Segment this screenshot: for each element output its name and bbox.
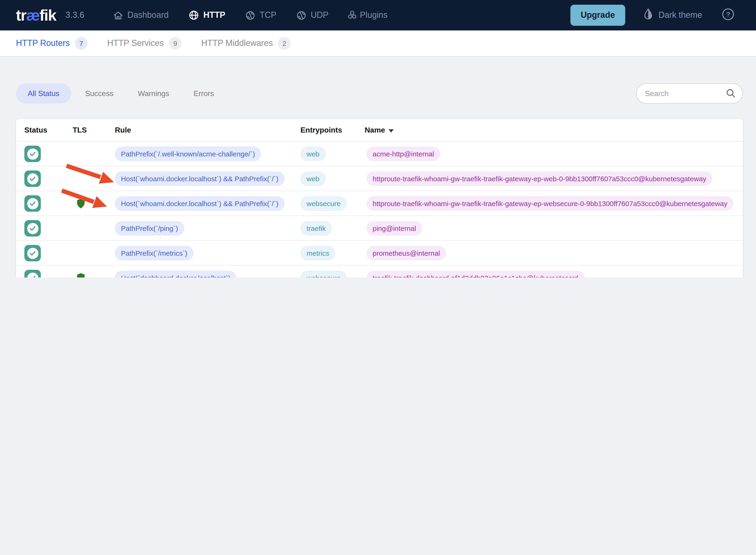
table-row[interactable]: Host(`whoami.docker.localhost`) && PathP… [16,191,743,216]
tab-count-badge: 9 [169,37,182,50]
table-row[interactable]: PathPrefix(`/ping`) traefik ping@interna… [16,216,743,241]
rule-pill: Host(`whoami.docker.localhost`) && PathP… [115,171,284,186]
column-header-status: Status [25,126,47,134]
column-header-name: Name [365,126,385,134]
udp-icon [296,10,307,20]
tab-label: HTTP Services [107,38,164,48]
router-name-pill: acme-http@internal [366,146,440,161]
router-name-pill: traefik-traefik-dashboard-af1d2ddb83a06e… [366,271,585,278]
status-ok-icon [25,245,41,261]
nav-label: Dashboard [127,10,169,20]
nav-label: UDP [311,10,328,20]
nav-item-tcp[interactable]: TCP [235,10,286,20]
nav-item-udp[interactable]: UDP [286,10,339,20]
status-ok-icon [25,270,41,278]
nav-label: Plugins [360,10,388,20]
traefik-logo[interactable]: træfik [16,6,56,24]
tab-http-routers[interactable]: HTTP Routers 7 [16,37,87,50]
globe-icon [189,10,199,20]
entrypoint-pill: traefik [301,221,332,236]
entrypoint-pill: websecure [301,271,347,278]
droplet-icon [643,8,653,23]
status-ok-icon [25,220,41,237]
theme-label: Dark theme [659,10,702,20]
nav-item-http[interactable]: HTTP [178,10,235,20]
entrypoint-pill: web [301,171,325,186]
rule-pill: PathPrefix(`/ping`) [115,221,184,236]
entrypoint-pill: websecure [301,196,347,211]
nav-label: TCP [260,10,277,20]
filter-all-status[interactable]: All Status [16,83,71,103]
router-name-pill: prometheus@internal [366,246,446,260]
table-header-row: Status TLS Rule Entrypoints Name [16,119,743,141]
table-body: PathPrefix(`/.well-known/acme-challenge/… [16,141,743,278]
tab-count-badge: 7 [75,37,87,50]
theme-toggle[interactable]: Dark theme [643,8,702,23]
search-box [636,83,743,103]
status-ok-icon [25,146,41,162]
tab-label: HTTP Middlewares [201,38,273,48]
tls-shield-icon [76,272,85,278]
logo-text: fik [39,6,56,24]
rule-pill: Host(`whoami.docker.localhost`) && PathP… [115,196,284,211]
help-glyph: ? [726,11,730,18]
table-row[interactable]: Host(`whoami.docker.localhost`) && PathP… [16,166,743,191]
version-label: 3.3.6 [66,10,84,20]
rule-pill: Host(`dashboard.docker.localhost`) [115,271,236,278]
rule-pill: PathPrefix(`/metrics`) [115,246,193,260]
traefik-dashboard-page: træfik 3.3.6 Dashboard HTTP TCP [0,0,756,278]
plugins-icon [347,10,358,20]
column-header-entrypoints: Entrypoints [301,126,342,134]
entrypoint-pill: web [301,146,325,161]
column-header-rule: Rule [115,126,131,134]
filter-warnings[interactable]: Warnings [126,89,182,98]
status-filters: All Status Success Warnings Errors [16,83,226,103]
column-header-name-sort[interactable]: Name [365,126,394,134]
router-name-pill: ping@internal [366,221,422,236]
logo-ae: æ [26,6,40,24]
top-navbar: træfik 3.3.6 Dashboard HTTP TCP [0,0,756,31]
entrypoint-pill: metrics [301,246,335,260]
table-row[interactable]: PathPrefix(`/metrics`) metrics prometheu… [16,241,743,265]
column-header-tls: TLS [73,126,87,134]
logo-text: tr [16,6,26,24]
tab-http-middlewares[interactable]: HTTP Middlewares 2 [201,37,290,50]
tcp-icon [245,10,255,20]
table-row[interactable]: Host(`dashboard.docker.localhost`) webse… [16,265,743,278]
status-ok-icon [25,195,41,212]
tls-shield-icon [76,198,85,211]
navbar-right: Upgrade Dark theme ? [570,5,756,26]
filter-success[interactable]: Success [73,89,126,98]
upgrade-button[interactable]: Upgrade [570,5,625,26]
tab-http-services[interactable]: HTTP Services 9 [107,37,182,50]
toolbar: All Status Success Warnings Errors [16,83,743,103]
rule-pill: PathPrefix(`/.well-known/acme-challenge/… [115,146,261,161]
routers-table-card: Status TLS Rule Entrypoints Name PathPre… [16,119,743,278]
sort-caret-icon [388,126,394,134]
main-nav: Dashboard HTTP TCP UDP [103,10,397,20]
home-icon [113,10,123,20]
nav-label: HTTP [203,10,226,20]
router-name-pill: httproute-traefik-whoami-gw-traefik-trae… [366,171,712,186]
nav-item-dashboard[interactable]: Dashboard [103,10,178,20]
section-tabbar: HTTP Routers 7 HTTP Services 9 HTTP Midd… [0,31,756,57]
help-icon[interactable]: ? [722,8,734,23]
router-name-pill: httproute-traefik-whoami-gw-traefik-trae… [366,196,733,211]
tab-label: HTTP Routers [16,38,70,48]
filter-errors[interactable]: Errors [182,89,226,98]
search-icon [725,88,736,101]
table-row[interactable]: PathPrefix(`/.well-known/acme-challenge/… [16,141,743,166]
status-ok-icon [25,170,41,187]
nav-item-plugins[interactable]: Plugins [339,10,397,20]
tab-count-badge: 2 [278,37,290,50]
